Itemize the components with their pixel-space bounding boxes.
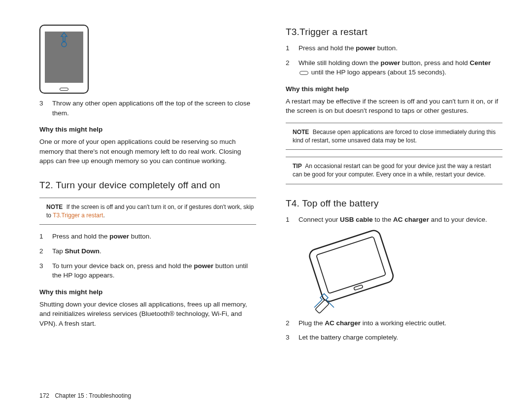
step-text: Plug the AC charger into a working elect…: [299, 318, 502, 328]
link-t3-restart[interactable]: T3.Trigger a restart: [53, 212, 103, 219]
device-charger-illustration: [296, 230, 404, 313]
svg-point-0: [62, 42, 66, 47]
step-text: Let the battery charge completely.: [299, 333, 502, 342]
step-number: 1: [286, 43, 299, 53]
body-text: One or more of your open applications co…: [39, 137, 256, 166]
note-text: Because open applications are forced to …: [293, 129, 496, 144]
step-text: While still holding down the power butto…: [299, 58, 502, 77]
list-item: 1 Press and hold the power button.: [286, 43, 502, 53]
list-item: 2 While still holding down the power but…: [286, 58, 502, 77]
step-text: Throw any other open applications off th…: [52, 99, 256, 118]
note-box: NOTE Because open applications are force…: [286, 123, 502, 150]
left-column: 3 Throw any other open applications off …: [39, 25, 256, 347]
tip-text: An occasional restart can be good for yo…: [293, 163, 491, 178]
step-text: Connect your USB cable to the AC charger…: [299, 215, 502, 225]
tip-box: TIP An occasional restart can be good fo…: [286, 157, 502, 184]
step-number: 2: [39, 246, 52, 256]
list-item: 1 Connect your USB cable to the AC charg…: [286, 215, 502, 225]
list-item: 2 Tap Shut Down.: [39, 246, 256, 256]
step-text: Tap Shut Down.: [52, 246, 256, 256]
note-tag: NOTE: [293, 129, 309, 136]
section-t2-heading: T2. Turn your device completely off and …: [39, 180, 256, 191]
step-number: 1: [286, 215, 299, 225]
body-text: A restart may be effective if the screen…: [286, 97, 502, 116]
why-heading: Why this might help: [286, 85, 502, 93]
step-number: 3: [286, 333, 299, 342]
step-number: 1: [39, 232, 52, 241]
why-heading: Why this might help: [39, 126, 256, 133]
swipe-up-arrow-icon: [59, 32, 69, 47]
right-column: T3.Trigger a restart 1 Press and hold th…: [286, 25, 502, 347]
step-number: 2: [286, 58, 299, 77]
list-item: 3 To turn your device back on, press and…: [39, 261, 256, 280]
page-number: 172: [39, 392, 49, 399]
step-number: 2: [286, 318, 299, 328]
center-button-icon: [299, 71, 308, 75]
why-heading: Why this might help: [39, 288, 256, 296]
step-text: To turn your device back on, press and h…: [52, 261, 256, 280]
page-footer: 172 Chapter 15 : Troubleshooting: [39, 392, 131, 399]
device-illustration-swipe-up: [39, 25, 89, 94]
note-tag: NOTE: [46, 204, 63, 210]
list-item: 1 Press and hold the power button.: [39, 232, 256, 241]
tip-tag: TIP: [293, 163, 302, 170]
note-box: NOTE If the screen is off and you can't …: [39, 198, 256, 225]
body-text: Shutting down your device closes all app…: [39, 300, 256, 329]
section-t4-heading: T4. Top off the battery: [286, 198, 502, 209]
chapter-label: Chapter 15 : Troubleshooting: [55, 392, 131, 399]
section-t3-heading: T3.Trigger a restart: [286, 27, 502, 37]
step-number: 3: [39, 261, 52, 280]
svg-rect-4: [315, 299, 329, 313]
step-text: Press and hold the power button.: [299, 43, 502, 53]
list-item: 2 Plug the AC charger into a working ele…: [286, 318, 502, 328]
list-item: 3 Let the battery charge completely.: [286, 333, 502, 342]
step-text: Press and hold the power button.: [52, 232, 256, 241]
step-number: 3: [39, 99, 52, 118]
list-item: 3 Throw any other open applications off …: [39, 99, 256, 118]
